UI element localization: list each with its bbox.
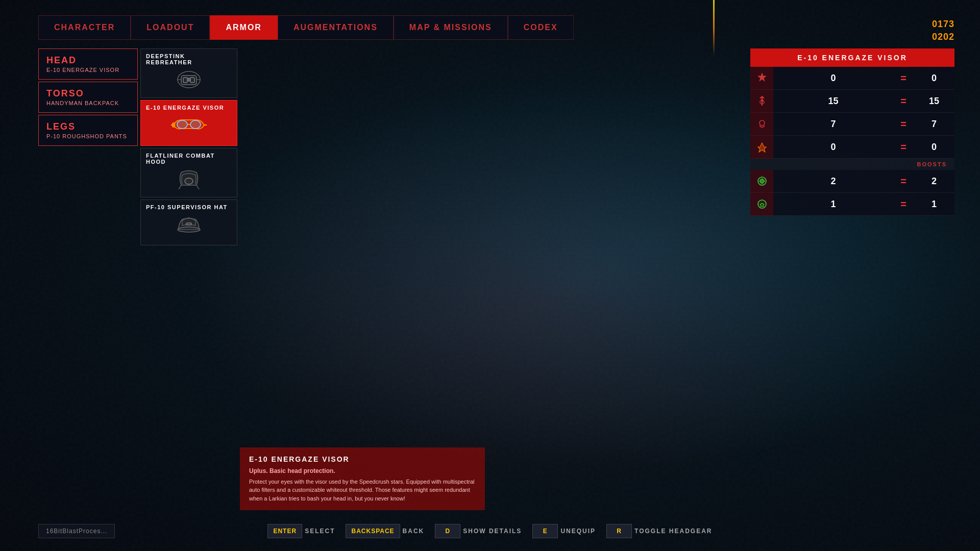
desc-text: Protect your eyes with the visor used by… [249,478,476,503]
tab-codex[interactable]: CODEX [508,15,574,40]
svg-point-14 [178,227,200,232]
currency-display: 0173 0202 [932,18,954,43]
item-icon-rebreather [171,65,207,93]
stat-val-right-2: 7 [914,119,954,130]
stat-row-3: 0 = 0 [750,136,954,159]
currency-line1: 0173 [932,18,954,31]
slot-torso-item: HANDYMAN BACKPACK [46,100,130,106]
stat-icon-2 [750,113,773,136]
action-label-toggle-headgear: TOGGLE HEADGEAR [634,528,712,535]
boost-val-right-1: 1 [914,199,954,210]
action-label-select: SELECT [305,528,335,535]
item-energaze-visor[interactable]: E-10 ENERGAZE VISOR [140,100,237,146]
stat-val-left-2: 7 [773,119,893,130]
item-flatliner-hood[interactable]: FLATLINER COMBAT HOOD [140,148,237,197]
svg-rect-3 [190,78,194,83]
action-label-unequip: UNEQUIP [560,528,596,535]
stat-val-right-0: 0 [914,73,954,84]
svg-point-8 [190,120,201,129]
stat-val-right-3: 0 [914,142,954,153]
svg-line-12 [179,185,181,189]
action-key-d[interactable]: D [435,524,460,538]
svg-line-13 [197,185,199,189]
stats-panel-title: E-10 ENERGAZE VISOR [750,48,954,67]
item-deepstink-rebreather[interactable]: DEEPSTINK REBREATHER [140,48,237,98]
currency-line2: 0202 [932,31,954,43]
slot-head[interactable]: HEAD E-10 ENERGAZE VISOR [38,48,138,80]
boost-val-left-1: 1 [773,199,893,210]
slot-torso[interactable]: TORSO HANDYMAN BACKPACK [38,82,138,113]
action-select: ENTER SELECT [267,524,335,538]
action-label-details: SHOW DETAILS [463,528,522,535]
action-unequip: E UNEQUIP [532,524,596,538]
stat-row-2: 7 = 7 [750,113,954,136]
action-toggle-headgear: R TOGGLE HEADGEAR [606,524,712,538]
svg-point-11 [185,178,193,184]
stat-row-1: 15 = 15 [750,90,954,113]
boost-icon-0 [750,170,773,193]
tab-map-missions[interactable]: MAP & MISSIONS [394,15,508,40]
stat-eq-0: = [893,72,914,84]
slot-legs-item: P-10 ROUGHSHOD PANTS [46,133,130,139]
boost-eq-0: = [893,176,914,187]
boost-row-0: 2 = 2 [750,170,954,193]
svg-point-18 [760,120,765,126]
tab-augmentations[interactable]: AUGMENTATIONS [278,15,394,40]
stat-icon-0 [750,67,773,90]
tab-loadout[interactable]: LOADOUT [131,15,210,40]
equipment-slots: HEAD E-10 ENERGAZE VISOR TORSO HANDYMAN … [38,48,138,148]
svg-rect-2 [183,78,187,83]
stats-panel: E-10 ENERGAZE VISOR 0 = 0 15 = 15 [750,48,954,216]
svg-point-23 [758,200,766,208]
boost-val-left-0: 2 [773,176,893,187]
svg-rect-15 [186,223,191,225]
stat-icon-3 [750,136,773,159]
desc-title: E-10 ENERGAZE VISOR [249,455,476,463]
slot-head-label: HEAD [46,55,130,66]
stat-eq-2: = [893,118,914,130]
item-icon-visor [171,111,207,139]
stat-eq-1: = [893,95,914,107]
action-key-e[interactable]: E [532,524,558,538]
item-icon-hat [171,210,207,238]
stat-val-right-1: 15 [914,96,954,107]
stat-eq-3: = [893,141,914,153]
desc-subtitle: Uplus. Basic head protection. [249,467,476,474]
action-key-r[interactable]: R [606,524,632,538]
item-supervisor-hat[interactable]: PF-10 SUPERVISOR HAT [140,199,237,245]
nav-bar: CHARACTER LOADOUT ARMOR AUGMENTATIONS MA… [38,15,574,40]
svg-point-6 [187,78,190,81]
glitch-effect [713,0,715,56]
slot-torso-label: TORSO [46,88,130,99]
action-bar: ENTER SELECT BACKSPACE BACK D SHOW DETAI… [0,524,980,538]
slot-legs-label: LEGS [46,121,130,132]
stat-row-0: 0 = 0 [750,67,954,90]
svg-rect-10 [173,123,175,127]
svg-point-7 [177,120,187,129]
item-list: DEEPSTINK REBREATHER E-10 ENERGAZE VISOR [140,48,237,247]
stat-val-left-0: 0 [773,73,893,84]
tab-armor[interactable]: ARMOR [210,15,277,40]
action-details: D SHOW DETAILS [435,524,522,538]
process-name: 16BitBlastProces... [38,524,115,538]
action-key-backspace[interactable]: BACKSPACE [346,524,400,538]
description-panel: E-10 ENERGAZE VISOR Uplus. Basic head pr… [240,447,485,511]
item-icon-hood [171,165,207,193]
action-back: BACKSPACE BACK [346,524,424,538]
tab-character[interactable]: CHARACTER [38,15,131,40]
boost-eq-1: = [893,198,914,210]
stat-val-left-1: 15 [773,96,893,107]
slot-head-item: E-10 ENERGAZE VISOR [46,67,130,73]
boost-icon-1 [750,193,773,216]
stat-val-left-3: 0 [773,142,893,153]
slot-legs[interactable]: LEGS P-10 ROUGHSHOD PANTS [38,115,138,146]
boosts-header: BOOSTS [750,159,954,170]
boost-val-right-0: 2 [914,176,954,187]
stat-icon-1 [750,90,773,113]
action-label-back: BACK [403,528,425,535]
boost-row-1: 1 = 1 [750,193,954,216]
action-key-enter[interactable]: ENTER [267,524,302,538]
